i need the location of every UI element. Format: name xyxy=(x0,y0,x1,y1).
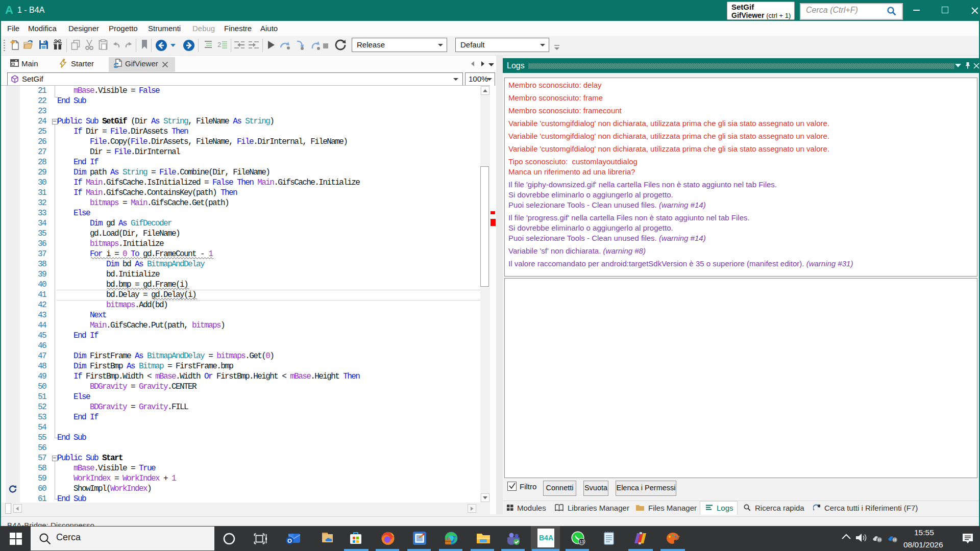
svg-text:2: 2 xyxy=(217,41,221,48)
svg-text:13: 13 xyxy=(579,539,584,544)
svg-text:O: O xyxy=(287,538,292,544)
